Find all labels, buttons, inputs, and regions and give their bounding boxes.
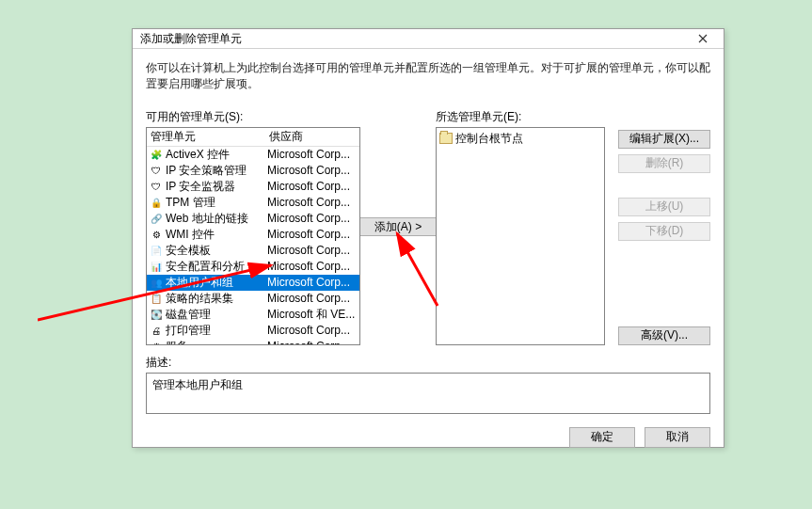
list-item[interactable]: 📄安全模板Microsoft Corp... [147,243,359,259]
ok-button[interactable]: 确定 [569,427,635,448]
snapin-vendor: Microsoft Corp... [267,212,359,225]
snapin-name: 本地用户和组 [166,275,267,291]
snapin-icon: 🛡 [149,180,164,193]
list-item[interactable]: 👥本地用户和组Microsoft Corp... [147,275,359,291]
snapin-vendor: Microsoft Corp... [267,340,359,344]
list-item[interactable]: 🔒TPM 管理Microsoft Corp... [147,195,359,211]
remove-button[interactable]: 删除(R) [618,154,710,173]
advanced-button[interactable]: 高级(V)... [618,326,710,345]
snapin-name: 策略的结果集 [166,291,267,307]
list-item[interactable]: 📊安全配置和分析Microsoft Corp... [147,259,359,275]
available-column: 可用的管理单元(S): 管理单元 供应商 🧩ActiveX 控件Microsof… [146,109,360,345]
snapin-name: WMI 控件 [166,227,267,243]
center-column: 添加(A) > [368,109,428,345]
spacer [618,247,710,321]
snapin-vendor: Microsoft Corp... [267,180,359,193]
move-down-button[interactable]: 下移(D) [618,222,710,241]
available-list-header: 管理单元 供应商 [147,128,359,147]
list-item[interactable]: 🛡IP 安全策略管理Microsoft Corp... [147,163,359,179]
snapin-icon: 🛡 [149,164,164,177]
selected-listbox[interactable]: 控制台根节点 [436,127,605,345]
dialog-description: 你可以在计算机上为此控制台选择可用的管理单元并配置所选的一组管理单元。对于可扩展… [146,60,710,92]
list-item[interactable]: 💽磁盘管理Microsoft 和 VE... [147,307,359,323]
list-item[interactable]: 🖨打印管理Microsoft Corp... [147,323,359,339]
close-icon [698,34,708,43]
list-item[interactable]: 🧩ActiveX 控件Microsoft Corp... [147,147,359,163]
snapin-name: Web 地址的链接 [166,211,267,227]
snapin-icon: 🔗 [149,212,164,225]
snapin-vendor: Microsoft Corp... [267,244,359,257]
snapin-name: IP 安全策略管理 [166,163,267,179]
spacer-label [618,109,710,122]
snapin-icon: 📋 [149,292,164,305]
selected-column: 所选管理单元(E): 控制台根节点 [436,109,605,345]
snapin-vendor: Microsoft Corp... [267,196,359,209]
snapin-icon: 💽 [149,308,164,321]
snapin-icon: 🖨 [149,324,164,337]
snapin-vendor: Microsoft Corp... [267,164,359,177]
snapin-name: 打印管理 [166,323,267,339]
titlebar: 添加或删除管理单元 [133,29,724,49]
list-item[interactable]: ⚙WMI 控件Microsoft Corp... [147,227,359,243]
dialog-title: 添加或删除管理单元 [140,31,690,47]
list-item[interactable]: 🔗Web 地址的链接Microsoft Corp... [147,211,359,227]
snapin-vendor: Microsoft Corp... [267,260,359,273]
snapin-dialog: 添加或删除管理单元 你可以在计算机上为此控制台选择可用的管理单元并配置所选的一组… [132,28,724,448]
dialog-footer: 确定 取消 [146,427,710,448]
edit-extensions-button[interactable]: 编辑扩展(X)... [618,130,710,149]
tree-root-item[interactable]: 控制台根节点 [439,131,601,147]
folder-icon [439,133,453,144]
snapin-icon: ⚙ [149,340,164,344]
cancel-button[interactable]: 取消 [645,427,710,448]
snapin-vendor: Microsoft Corp... [267,276,359,289]
snapin-name: 安全模板 [166,243,267,259]
add-button[interactable]: 添加(A) > [358,217,438,236]
tree-root-label: 控制台根节点 [455,131,523,147]
snapin-vendor: Microsoft 和 VE... [267,307,359,323]
snapin-icon: ⚙ [149,228,164,241]
close-button[interactable] [690,29,716,48]
snapin-vendor: Microsoft Corp... [267,228,359,241]
dialog-body: 你可以在计算机上为此控制台选择可用的管理单元并配置所选的一组管理单元。对于可扩展… [133,49,724,457]
selected-label: 所选管理单元(E): [436,109,605,125]
col-vendor-header[interactable]: 供应商 [267,129,359,145]
snapin-icon: 🧩 [149,148,164,161]
snapin-name: IP 安全监视器 [166,179,267,195]
move-up-button[interactable]: 上移(U) [618,198,710,216]
middle-section: 可用的管理单元(S): 管理单元 供应商 🧩ActiveX 控件Microsof… [146,109,710,345]
list-item[interactable]: 🛡IP 安全监视器Microsoft Corp... [147,179,359,195]
snapin-vendor: Microsoft Corp... [267,148,359,161]
snapin-vendor: Microsoft Corp... [267,324,359,337]
snapin-name: TPM 管理 [166,195,267,211]
available-label: 可用的管理单元(S): [146,109,360,125]
snapin-name: 安全配置和分析 [166,259,267,275]
description-text: 管理本地用户和组 [152,378,243,391]
spacer [618,179,710,192]
snapin-icon: 🔒 [149,196,164,209]
snapin-icon: 📄 [149,244,164,257]
list-item[interactable]: ⚙服务Microsoft Corp... [147,339,359,344]
description-label: 描述: [146,355,710,371]
snapin-icon: 📊 [149,260,164,273]
side-buttons-column: 编辑扩展(X)... 删除(R) 上移(U) 下移(D) 高级(V)... [613,109,710,345]
snapin-name: 服务 [166,339,267,344]
description-box: 管理本地用户和组 [146,373,710,414]
available-listbox[interactable]: 管理单元 供应商 🧩ActiveX 控件Microsoft Corp...🛡IP… [146,127,360,345]
available-rows[interactable]: 🧩ActiveX 控件Microsoft Corp...🛡IP 安全策略管理Mi… [147,147,359,344]
snapin-name: ActiveX 控件 [166,147,267,163]
snapin-icon: 👥 [149,276,164,289]
col-name-header[interactable]: 管理单元 [147,129,267,145]
snapin-vendor: Microsoft Corp... [267,292,359,305]
list-item[interactable]: 📋策略的结果集Microsoft Corp... [147,291,359,307]
snapin-name: 磁盘管理 [166,307,267,323]
